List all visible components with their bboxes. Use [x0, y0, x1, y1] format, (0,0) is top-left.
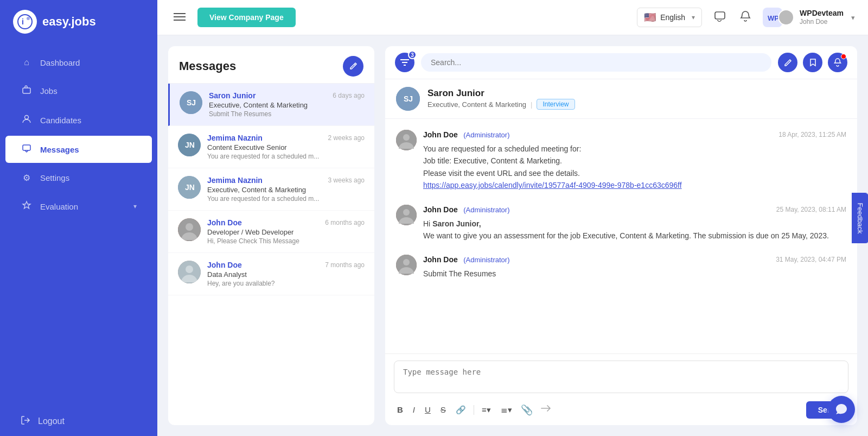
message-send-icon-button[interactable] — [538, 401, 553, 419]
attachment-button[interactable]: 📎 — [519, 402, 535, 418]
message-top: Jemima Naznin 3 weeks ago — [207, 176, 365, 185]
menu-toggle-button[interactable] — [170, 8, 189, 27]
chat-input-area: B I U S 🔗 ≡▾ ≣▾ 📎 Send — [385, 353, 857, 425]
chat-contact-header: SJ Saron Junior Executive, Content & Mar… — [385, 79, 857, 119]
chevron-down-icon: ▾ — [851, 14, 855, 22]
message-preview: Hi, Please Check This Message — [207, 237, 365, 245]
filter-button[interactable]: 3 — [395, 53, 414, 72]
sidebar-item-dashboard[interactable]: ⌂ Dashboard — [5, 50, 152, 75]
contact-name: Saron Junior — [427, 88, 575, 99]
message-sender-info: John Doe (Administrator) — [423, 255, 509, 264]
sidebar-item-messages[interactable]: Messages — [5, 136, 152, 163]
unordered-list-button[interactable]: ≡▾ — [478, 403, 494, 417]
notification-icon-button[interactable] — [828, 53, 847, 72]
italic-button[interactable]: I — [410, 403, 418, 416]
ordered-list-button[interactable]: ≣▾ — [497, 403, 515, 417]
message-time: 3 weeks ago — [328, 176, 365, 184]
jobs-icon — [21, 85, 33, 97]
list-item[interactable]: SJ Saron Junior 6 days ago Executive, Co… — [168, 84, 374, 126]
message-header: John Doe (Administrator) 31 May, 2023, 0… — [423, 255, 846, 264]
chat-panel: 3 SJ — [385, 46, 857, 425]
search-input[interactable] — [421, 53, 771, 72]
message-top: John Doe 7 months ago — [207, 261, 365, 269]
compose-button[interactable] — [343, 56, 363, 77]
message-body: Jemima Naznin 2 weeks ago Content Execut… — [207, 134, 365, 160]
sidebar-item-label: Settings — [40, 173, 69, 182]
page-body: Messages SJ Saron Junior 6 days ago — [157, 35, 868, 436]
interview-badge: Interview — [537, 99, 575, 110]
sidebar-item-settings[interactable]: ⚙ Settings — [5, 165, 152, 191]
user-profile[interactable]: WP WPDevteam John Doe ▾ — [763, 8, 855, 27]
sidebar-item-label: Jobs — [40, 86, 58, 96]
message-time: 18 Apr, 2023, 11:25 AM — [778, 131, 846, 138]
header-icons — [711, 7, 754, 28]
language-selector[interactable]: 🇺🇸 English ▾ — [637, 8, 702, 27]
bookmark-icon-button[interactable] — [803, 53, 822, 72]
sender-role: Content Executive Senior — [207, 143, 365, 151]
message-top: John Doe 6 months ago — [207, 218, 365, 227]
chevron-down-icon: ▾ — [692, 14, 695, 21]
sender-role: Data Analyst — [207, 270, 365, 279]
edit-icon-button[interactable] — [778, 53, 797, 72]
sidebar-item-label: Dashboard — [40, 58, 80, 67]
bold-button[interactable]: B — [394, 403, 406, 416]
message-avatar — [396, 205, 417, 225]
svg-text:i: i — [22, 17, 24, 26]
chat-message-item: John Doe (Administrator) 18 Apr, 2023, 1… — [396, 130, 846, 192]
sender-name: John Doe — [207, 261, 242, 269]
svg-text:JN: JN — [185, 141, 195, 149]
avatar — [178, 218, 201, 241]
svg-text:SJ: SJ — [404, 94, 413, 103]
bell-icon-button[interactable] — [737, 7, 754, 28]
link-button[interactable]: 🔗 — [452, 403, 469, 417]
message-avatar — [396, 130, 417, 150]
list-item[interactable]: John Doe 7 months ago Data Analyst Hey, … — [168, 253, 374, 295]
svg-rect-5 — [23, 145, 30, 150]
list-item[interactable]: JN Jemima Naznin 3 weeks ago Executive, … — [168, 168, 374, 211]
messages-title: Messages — [179, 59, 236, 73]
chat-icon-button[interactable] — [711, 8, 729, 28]
chat-input-toolbar: B I U S 🔗 ≡▾ ≣▾ 📎 Send — [394, 401, 848, 419]
view-company-button[interactable]: View Company Page — [197, 8, 296, 27]
svg-point-25 — [186, 266, 193, 273]
toolbar-separator — [474, 405, 474, 415]
sidebar-item-jobs[interactable]: Jobs — [5, 77, 152, 104]
svg-text:JN: JN — [185, 183, 195, 192]
underline-button[interactable]: U — [422, 403, 434, 416]
feedback-tab[interactable]: Feedback — [852, 193, 868, 243]
header: View Company Page 🇺🇸 English ▾ WP — [157, 0, 868, 35]
message-text: You are requested for a scheduled meetin… — [423, 143, 846, 192]
message-input[interactable] — [394, 361, 848, 393]
message-content: John Doe (Administrator) 25 May, 2023, 0… — [423, 205, 846, 242]
candidates-icon — [21, 114, 33, 126]
sender-name: Jemima Naznin — [207, 134, 263, 142]
live-chat-button[interactable] — [828, 396, 855, 423]
sender-name: Jemima Naznin — [207, 176, 263, 185]
message-sender-info: John Doe (Administrator) — [423, 205, 509, 214]
strikethrough-button[interactable]: S — [437, 403, 449, 416]
evaluation-left: Evaluation — [21, 200, 78, 212]
logo-text: easy.jobs — [42, 15, 96, 29]
message-time: 6 months ago — [325, 219, 365, 226]
filter-badge: 3 — [408, 50, 417, 59]
list-item[interactable]: John Doe 6 months ago Developer / Web De… — [168, 211, 374, 253]
message-top: Saron Junior 6 days ago — [209, 91, 365, 100]
sidebar-item-evaluation[interactable]: Evaluation ▾ — [5, 193, 152, 220]
logo[interactable]: i easy.jobs — [0, 0, 157, 43]
message-avatar — [396, 255, 417, 275]
sidebar-item-candidates[interactable]: Candidates — [5, 106, 152, 134]
message-content: John Doe (Administrator) 31 May, 2023, 0… — [423, 255, 846, 280]
chat-top-actions — [778, 53, 847, 72]
avatar: JN — [178, 176, 201, 199]
meeting-link[interactable]: https://app.easy.jobs/calendly/invite/19… — [423, 181, 682, 189]
svg-point-0 — [18, 15, 32, 29]
svg-point-2 — [27, 17, 30, 20]
messages-panel: Messages SJ Saron Junior 6 days ago — [168, 46, 374, 425]
message-header: John Doe (Administrator) 18 Apr, 2023, 1… — [423, 130, 846, 140]
user-avatar — [778, 9, 794, 26]
message-text: Submit The Resumes — [423, 268, 846, 280]
logout-item[interactable]: Logout — [5, 408, 152, 435]
message-preview: You are requested for a scheduled m... — [207, 153, 365, 160]
list-item[interactable]: JN Jemima Naznin 2 weeks ago Content Exe… — [168, 126, 374, 168]
sender-name: Saron Junior — [209, 91, 256, 100]
